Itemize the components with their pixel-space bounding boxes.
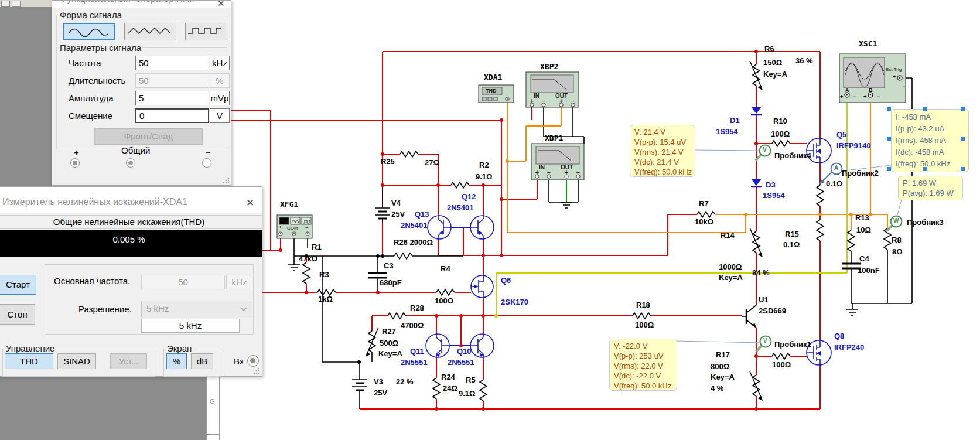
capacitors[interactable] [368, 256, 861, 292]
label-xbp2[interactable]: XBP2 [540, 62, 558, 71]
label-probe1[interactable]: Пробник1 [774, 340, 811, 349]
label-q10-ref[interactable]: Q10 [457, 347, 472, 356]
label-r5-ref[interactable]: R5 [466, 376, 476, 384]
label-q8-ref[interactable]: Q8 [834, 332, 844, 340]
label-r6-ref[interactable]: R6 [764, 45, 774, 53]
label-xsc1[interactable]: XSC1 [859, 39, 877, 48]
resize-grip[interactable] [223, 177, 230, 184]
potentiometers[interactable] [366, 61, 763, 401]
wires-blue[interactable] [449, 227, 470, 346]
label-r26-ref[interactable]: R26 2000Ω [394, 238, 433, 247]
thd-mode-button[interactable]: THD [5, 353, 53, 369]
label-r15-ref[interactable]: R15 [785, 230, 799, 238]
label-u1-ref[interactable]: U1 [759, 295, 769, 304]
ground-symbols[interactable] [288, 202, 858, 315]
label-r27-key[interactable]: Key=A [378, 349, 402, 358]
wires-red[interactable] [231, 52, 820, 409]
label-q6-ref[interactable]: Q6 [501, 276, 511, 285]
label-q13-ref[interactable]: Q13 [415, 210, 429, 219]
selection-handle[interactable] [961, 107, 965, 111]
label-r17-key[interactable]: Key=A [711, 373, 735, 381]
label-c3-val[interactable]: 680pF [380, 278, 402, 287]
terminal-plus-radio[interactable] [70, 158, 80, 168]
probe2-annotation[interactable]: I: -458 mA I(p-p): 43.2 uA I(rms): 458 m… [891, 109, 969, 172]
sine-wave-button[interactable] [63, 23, 115, 40]
selection-handle[interactable] [961, 167, 965, 171]
label-q12-ref[interactable]: Q12 [462, 192, 476, 201]
label-q11-val[interactable]: 2N5551 [401, 358, 428, 367]
sinad-mode-button[interactable]: SINAD [57, 353, 96, 369]
label-r8-val[interactable]: 8Ω [892, 247, 903, 256]
label-r28-ref[interactable]: R28 [410, 303, 424, 312]
label-q12-val[interactable]: 2N5401 [447, 203, 474, 212]
label-r20-val[interactable]: 0.1Ω [826, 179, 843, 188]
amplitude-input[interactable] [135, 91, 209, 105]
percent-button[interactable]: % [166, 353, 187, 369]
label-q11-ref[interactable]: Q11 [410, 347, 424, 356]
label-d1-ref[interactable]: D1 [730, 116, 740, 125]
label-v3-val[interactable]: 25V [374, 388, 387, 397]
label-d3-val[interactable]: 1S954 [763, 191, 785, 200]
selection-handle[interactable] [923, 107, 927, 111]
start-button[interactable]: Старт [0, 275, 36, 295]
label-r27-val[interactable]: 500Ω [380, 339, 398, 347]
freq-unit[interactable]: kHz [210, 56, 230, 70]
label-q13-val[interactable]: 2N5401 [401, 221, 428, 230]
probe4-annotation[interactable]: V: 21.4 V V(p-p): 15.4 uV V(rms): 21.4 V… [630, 125, 695, 177]
label-r14-ref[interactable]: R14 [721, 231, 735, 240]
probes[interactable] [756, 145, 902, 352]
label-q5-val[interactable]: IRFP9140 [836, 141, 871, 150]
label-xda1[interactable]: XDA1 [484, 73, 502, 81]
label-r2-ref[interactable]: R2 [479, 161, 489, 169]
label-q10-val[interactable]: 2N5551 [448, 358, 474, 367]
probe3-annotation[interactable]: P: 1.69 W P(avg): 1.69 W [898, 176, 963, 200]
label-r17-pct[interactable]: 4 % [711, 384, 723, 393]
offset-unit[interactable]: V [210, 108, 230, 123]
resize-grip[interactable] [253, 367, 260, 374]
terminal-common-radio[interactable] [126, 158, 135, 168]
label-r7-val[interactable]: 10kΩ [695, 217, 713, 226]
label-v3-pct[interactable]: 22 % [396, 377, 414, 386]
label-r14-pct[interactable]: 84 % [752, 268, 770, 277]
db-button[interactable]: dB [191, 353, 213, 369]
label-r17-val[interactable]: 800Ω [711, 362, 729, 371]
label-xfg1[interactable]: XFG1 [280, 200, 298, 209]
resistors[interactable] [303, 141, 891, 401]
stop-button[interactable]: Стоп [0, 304, 35, 325]
label-xbp1[interactable]: XBP1 [545, 134, 563, 142]
label-r24-val[interactable]: 24Ω [443, 384, 457, 393]
label-probe3[interactable]: Пробник3 [907, 218, 944, 227]
label-r5-val[interactable]: 9.1Ω [459, 389, 476, 398]
label-r15-val[interactable]: 0.1Ω [783, 240, 800, 249]
probe1-annotation[interactable]: V: -22.0 V V(p-p): 253 uV V(rms): 22.0 V… [609, 339, 677, 391]
toolbar-icon[interactable] [1, 1, 10, 7]
label-r10-ref[interactable]: R10 [773, 117, 787, 125]
label-probe4[interactable]: Пробник4 [774, 151, 811, 160]
selection-handle[interactable] [923, 167, 927, 171]
label-c4-val[interactable]: 100nF [858, 266, 880, 275]
freq-input[interactable] [135, 56, 209, 70]
resolution-dropdown[interactable]: 5 kHz [141, 301, 252, 318]
label-r8-ref[interactable]: R8 [892, 236, 902, 244]
selection-handle[interactable] [887, 137, 891, 141]
label-r28-val[interactable]: 4700Ω [401, 321, 424, 330]
label-r6-pct[interactable]: 36 % [795, 56, 813, 65]
terminal-minus-radio[interactable] [202, 158, 211, 168]
triangle-wave-button[interactable] [124, 23, 176, 40]
label-r1-val[interactable]: 47kΩ [299, 254, 317, 263]
label-r3-ref[interactable]: R3 [319, 270, 329, 279]
selection-handle[interactable] [961, 137, 965, 141]
label-r6-val[interactable]: 150Ω [763, 58, 782, 67]
label-probe2[interactable]: Пробник2 [842, 169, 879, 178]
thd-close-button[interactable]: ✕ [246, 197, 254, 209]
label-r25-val[interactable]: 27Ω [425, 158, 439, 167]
batteries[interactable] [352, 185, 390, 390]
label-r13-ref[interactable]: R13 [855, 213, 869, 222]
label-v4-ref[interactable]: V4 [391, 199, 401, 207]
label-c3-ref[interactable]: C3 [384, 261, 394, 270]
fg-close-button[interactable]: ✕ [217, 1, 225, 8]
label-d1-val[interactable]: 1S954 [716, 127, 738, 136]
label-d3-ref[interactable]: D3 [766, 180, 776, 189]
selection-handle[interactable] [887, 107, 891, 111]
selection-handle[interactable] [887, 167, 891, 171]
